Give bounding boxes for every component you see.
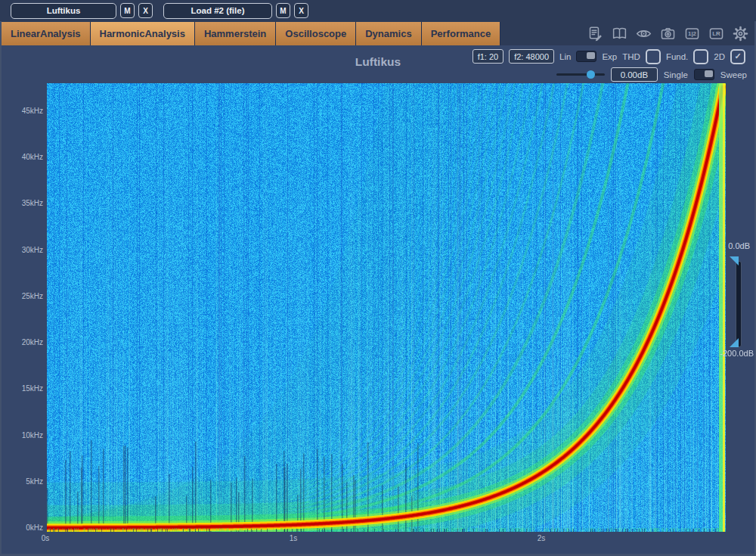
y-tick-label: 45kHz — [2, 107, 43, 116]
db-range-max-thumb[interactable] — [730, 256, 739, 266]
plugin-slot-bar: Luftikus M X Load #2 (file) M X — [0, 0, 756, 21]
y-tick-label: 40kHz — [2, 153, 43, 162]
toolbar-icons: 1|2 LR — [587, 21, 748, 45]
y-tick-label: 30kHz — [2, 246, 43, 255]
y-tick-label: 5kHz — [2, 477, 43, 486]
harmonic-analysis-panel: Luftikus f1: 20 f2: 48000 Lin Exp THD Fu… — [2, 45, 754, 554]
thd-checkbox[interactable] — [646, 49, 661, 64]
gain-slider[interactable] — [556, 70, 605, 79]
toggle-knob — [587, 52, 595, 59]
db-range-max-label: 0.0dB — [728, 241, 750, 250]
x-tick-label: 2s — [538, 534, 546, 542]
eye-icon[interactable] — [636, 26, 652, 42]
y-tick-label: 0kHz — [2, 523, 43, 533]
tab-harmonicanalysis[interactable]: HarmonicAnalysis — [91, 22, 195, 45]
tab-linearanalysis[interactable]: LinearAnalysis — [2, 22, 91, 45]
toggle-knob — [705, 70, 713, 77]
x-tick-label: 1s — [290, 534, 298, 542]
exp-label: Exp — [602, 52, 617, 61]
plugin-slot-1[interactable]: Luftikus — [11, 3, 116, 19]
tab-hammerstein[interactable]: Hammerstein — [195, 22, 276, 45]
sweep-controls-row: f1: 20 f2: 48000 Lin Exp THD Fund. 2D ✓ — [472, 48, 745, 64]
slot-2-mute-button[interactable]: M — [276, 3, 290, 18]
x-tick-label: 0s — [42, 534, 50, 542]
f2-value-box[interactable]: f2: 48000 — [509, 49, 554, 64]
single-sweep-toggle[interactable] — [694, 69, 714, 80]
gain-slider-thumb[interactable] — [587, 70, 595, 79]
lr-channel-icon[interactable]: LR — [708, 26, 724, 42]
spectrogram-canvas[interactable] — [47, 83, 726, 532]
db-range-min-label: -200.0dB — [720, 349, 754, 358]
compare-1-2-icon[interactable]: 1|2 — [684, 26, 700, 42]
svg-text:LR: LR — [712, 30, 720, 37]
tab-performance[interactable]: Performance — [422, 22, 500, 45]
plugin-slot-2[interactable]: Load #2 (file) — [163, 3, 272, 19]
slot-2-close-button[interactable]: X — [294, 3, 308, 18]
f1-value-box[interactable]: f1: 20 — [472, 49, 504, 64]
manual-book-icon[interactable] — [612, 26, 627, 42]
y-tick-label: 15kHz — [2, 384, 43, 393]
db-range-slider-track[interactable] — [736, 261, 742, 347]
gain-slider-track — [556, 73, 605, 76]
db-range-min-thumb[interactable] — [730, 338, 739, 347]
y-tick-label: 35kHz — [2, 199, 43, 208]
slot-1-close-button[interactable]: X — [138, 3, 153, 18]
y-tick-label: 10kHz — [2, 431, 43, 440]
snapshot-camera-icon[interactable] — [660, 26, 676, 42]
y-tick-label: 25kHz — [2, 292, 43, 301]
lin-exp-toggle[interactable] — [576, 51, 596, 62]
fund-label: Fund. — [666, 52, 688, 61]
2d-label: 2D — [714, 52, 725, 61]
notes-icon[interactable] — [587, 26, 603, 42]
tab-dynamics[interactable]: Dynamics — [356, 22, 421, 45]
single-label: Single — [664, 70, 688, 79]
tab-bar: LinearAnalysisHarmonicAnalysisHammerstei… — [2, 22, 500, 45]
analysis-tab-bar: LinearAnalysisHarmonicAnalysisHammerstei… — [2, 21, 754, 45]
tab-oscilloscope[interactable]: Oscilloscope — [276, 22, 356, 45]
svg-text:1|2: 1|2 — [688, 30, 697, 37]
gain-controls-row: 0.00dB Single Sweep — [556, 67, 747, 82]
2d-checkbox[interactable]: ✓ — [730, 49, 745, 64]
y-tick-label: 20kHz — [2, 338, 43, 347]
fund-checkbox[interactable] — [693, 49, 708, 64]
thd-label: THD — [622, 52, 640, 61]
slot-1-mute-button[interactable]: M — [120, 3, 135, 18]
sweep-label: Sweep — [720, 70, 747, 79]
settings-gear-icon[interactable] — [733, 26, 748, 42]
gain-value-box[interactable]: 0.00dB — [611, 67, 658, 82]
lin-label: Lin — [559, 52, 571, 61]
